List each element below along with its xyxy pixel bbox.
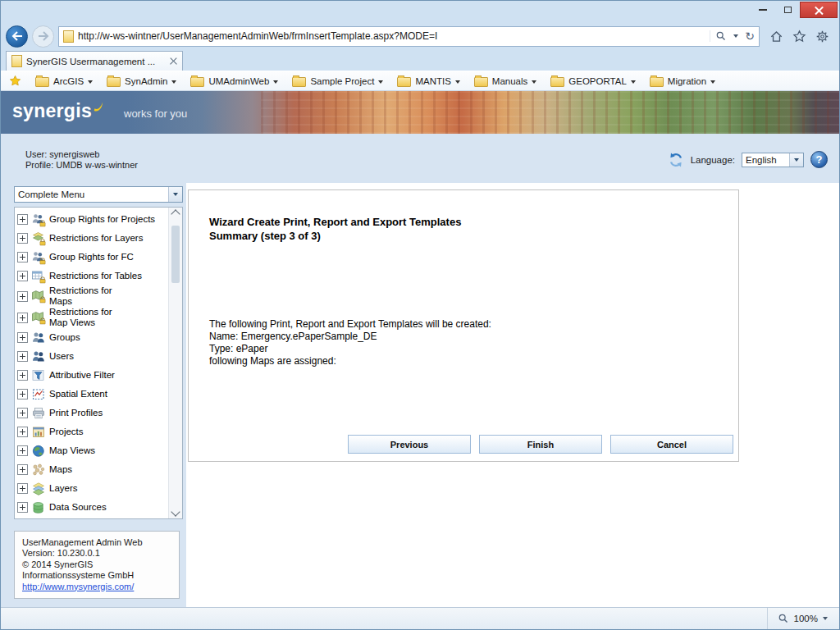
zoom-control[interactable]: 100% [767,608,828,629]
browser-tab[interactable]: SynerGIS Usermanagement ... [6,51,183,71]
language-select[interactable]: English [742,153,804,167]
settings-gear-icon[interactable] [815,30,829,43]
expand-plus-button[interactable] [17,389,28,399]
map-views-icon [31,444,46,459]
favorite-item-migration[interactable]: Migration [650,75,715,87]
close-button[interactable] [800,2,838,18]
layers-icon [31,482,46,496]
sidebar-item-partial[interactable] [17,517,166,519]
refresh-icon[interactable]: ↻ [745,30,755,42]
expand-plus-button[interactable] [17,445,28,456]
expand-plus-button[interactable] [17,502,28,513]
about-title: UserManagement Admin Web [22,537,171,549]
sidebar-item-restrictions-for-map-views[interactable]: Restrictions for Map Views [17,307,166,328]
expand-plus-button[interactable] [17,370,28,381]
favorite-item-geoportal[interactable]: GEOPORTAL [550,75,636,87]
expand-plus-button[interactable] [17,214,28,225]
tree-item-label: Projects [49,427,84,437]
expand-plus-button[interactable] [17,271,28,281]
select-arrow-button[interactable] [789,153,803,167]
cancel-button[interactable]: Cancel [610,435,733,454]
finish-button[interactable]: Finish [479,435,602,454]
favorite-item-mantis[interactable]: MANTIS [397,75,459,87]
maps-icon [31,463,46,477]
language-label: Language: [691,155,735,165]
data-sources-icon [31,500,46,515]
home-icon[interactable] [769,30,783,43]
scroll-thumb[interactable] [171,226,180,283]
expand-plus-button[interactable] [17,408,28,418]
sidebar-item-data-sources[interactable]: Data Sources [17,498,166,517]
favorite-item-synadmin[interactable]: SynAdmin [107,75,176,87]
folder-icon [292,77,306,87]
sidebar-item-attributive-filter[interactable]: Attributive Filter [17,366,166,385]
scroll-up-icon[interactable] [171,209,180,218]
status-bar: 100% [1,607,839,629]
about-version: Version: 10.230.0.1 [22,548,171,559]
sidebar-item-group-rights-for-projects[interactable]: Group Rights for Projects [17,210,166,229]
maximize-button[interactable] [775,2,800,18]
sidebar-item-print-profiles[interactable]: Print Profiles [17,404,166,422]
favorite-item-arcgis[interactable]: ArcGIS [35,75,93,87]
tab-close-icon[interactable] [170,57,177,65]
url-input[interactable] [78,30,705,42]
expand-plus-button[interactable] [17,332,28,343]
menu-filter-select[interactable]: Complete Menu [14,186,183,203]
expand-plus-button[interactable] [17,252,28,262]
tree-item-label: Restrictions for Tables [49,271,142,281]
favorite-item-umadminweb[interactable]: UMAdminWeb [190,75,278,87]
sidebar-item-users[interactable]: Users [17,347,166,366]
menu-scrollbar[interactable] [168,208,182,518]
brand-banner: synergis works for you [1,91,839,134]
expand-plus-button[interactable] [17,427,28,437]
synergis-link[interactable]: http://www.mysynergis.com/ [22,582,134,591]
tree-item-label: Users [49,351,74,362]
search-icon[interactable] [715,30,727,42]
sidebar-item-spatial-extent[interactable]: Spatial Extent [17,385,166,404]
tree-item-label: Maps [49,464,72,475]
expand-plus-button[interactable] [17,291,28,302]
back-button[interactable] [6,25,28,48]
forward-button[interactable] [32,25,54,48]
sidebar-item-projects[interactable]: Projects [17,422,166,441]
address-bar[interactable]: ↻ [58,26,760,47]
sidebar-item-maps[interactable]: Maps [17,460,166,479]
folder-icon [550,77,564,87]
sync-refresh-icon[interactable] [668,152,684,168]
sidebar-item-restrictions-for-layers[interactable]: Restrictions for Layers [17,229,166,248]
favorites-star-icon[interactable] [792,30,806,43]
favorite-item-sample-project[interactable]: Sample Project [292,75,383,87]
expand-plus-button[interactable] [17,483,28,494]
attributive-filter-icon [31,368,46,383]
sidebar-item-layers[interactable]: Layers [17,479,166,498]
users-icon [31,349,46,364]
summary-name: Name: Emergency.ePaperSample_DE [209,331,491,343]
add-favorite-star-icon[interactable] [9,75,21,87]
expand-plus-button[interactable] [17,351,28,362]
expand-plus-button[interactable] [17,313,28,323]
tab-favicon [11,55,22,67]
minimize-button[interactable] [751,2,775,18]
menu-filter-value: Complete Menu [15,189,168,199]
favorite-label: Sample Project [310,76,374,86]
favorite-item-manuals[interactable]: Manuals [474,75,536,87]
scroll-down-icon[interactable] [171,507,180,516]
expand-plus-button[interactable] [17,233,28,244]
sidebar-item-group-rights-for-fc[interactable]: Group Rights for FC [17,248,166,267]
print-profiles-icon [31,406,46,421]
autocomplete-chevron-icon[interactable] [733,34,738,38]
user-label: User: synergisweb [25,149,138,160]
sidebar-item-restrictions-for-maps[interactable]: Restrictions for Maps [17,285,166,307]
previous-button[interactable]: Previous [348,435,471,454]
browser-window: ↻ SynerGIS Usermanagement ... ArcGIS Syn… [0,0,840,630]
expand-plus-button[interactable] [17,464,28,475]
sidebar-item-map-views[interactable]: Map Views [17,441,166,460]
sidebar-item-restrictions-for-tables[interactable]: Restrictions for Tables [17,267,166,285]
help-button[interactable]: ? [810,151,828,168]
chevron-down-icon [173,193,178,196]
profile-label: Profile: UMDB w-ws-wintner [25,160,138,171]
chevron-down-icon [823,617,828,620]
select-arrow-button[interactable] [168,187,182,202]
restrictions-tables-icon [31,269,46,284]
sidebar-item-groups[interactable]: Groups [17,328,166,347]
